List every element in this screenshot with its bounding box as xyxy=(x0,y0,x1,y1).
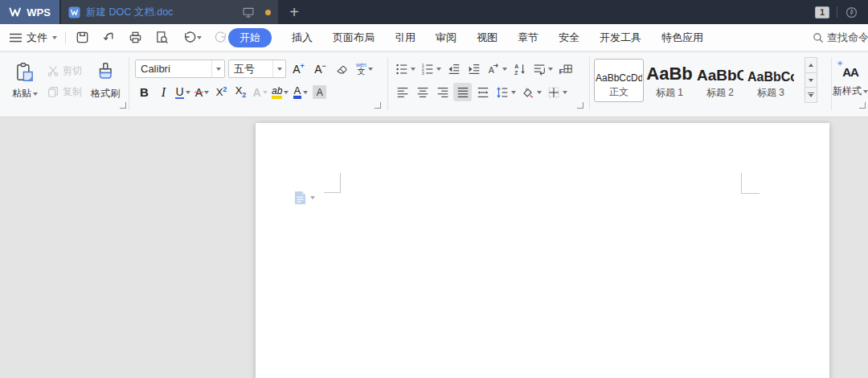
superscript-button[interactable]: X2 xyxy=(212,83,231,101)
decrease-font-size-button[interactable]: A− xyxy=(311,60,330,78)
character-shading-button[interactable]: A xyxy=(310,83,329,101)
monitor-icon[interactable] xyxy=(242,6,255,18)
style-heading3[interactable]: AaBbCc 标题 3 xyxy=(746,59,796,102)
document-area[interactable] xyxy=(0,117,868,378)
numbered-list-caret-icon[interactable] xyxy=(436,68,441,71)
line-spacing-caret-icon[interactable] xyxy=(511,91,516,94)
align-right-button[interactable] xyxy=(433,83,452,101)
styles-dialog-launcher[interactable] xyxy=(859,102,866,109)
tab-home[interactable]: 开始 xyxy=(228,28,272,47)
cut-button[interactable]: 剪切 xyxy=(47,62,82,80)
styles-scroll-down-button[interactable] xyxy=(805,72,817,88)
distribute-button[interactable] xyxy=(473,83,492,101)
expand-gallery-icon xyxy=(808,92,814,98)
bullet-list-button[interactable] xyxy=(393,60,417,78)
export-button[interactable] xyxy=(100,29,117,47)
italic-button[interactable]: I xyxy=(154,83,173,101)
new-tab-button[interactable]: + xyxy=(278,0,310,24)
hamburger-icon[interactable] xyxy=(10,33,22,43)
account-badge[interactable]: 1 xyxy=(815,6,829,18)
pinyin-caret-icon[interactable] xyxy=(368,68,373,71)
style-normal[interactable]: AaBbCcDd 正文 xyxy=(594,59,644,102)
highlight-caret-icon[interactable] xyxy=(284,91,289,94)
paste-caret-icon[interactable] xyxy=(33,92,38,96)
paper-grid-button[interactable]: F xyxy=(556,60,575,78)
svg-text:A: A xyxy=(514,63,518,68)
tab-developer[interactable]: 开发工具 xyxy=(600,31,641,45)
align-left-button[interactable] xyxy=(393,83,411,101)
tab-review[interactable]: 审阅 xyxy=(436,31,457,45)
tab-view[interactable]: 视图 xyxy=(477,31,497,45)
style-heading1[interactable]: AaBb 标题 1 xyxy=(645,59,694,102)
redo-button[interactable] xyxy=(213,29,229,47)
font-dialog-launcher[interactable] xyxy=(375,102,381,109)
highlight-color-button[interactable]: ab xyxy=(270,83,290,101)
align-center-button[interactable] xyxy=(413,83,432,101)
pinyin-guide-icon: wén 文 xyxy=(356,62,366,76)
sort-button[interactable]: AZ xyxy=(510,60,529,78)
copy-button[interactable]: 复制 xyxy=(47,83,82,101)
font-color-button[interactable]: A xyxy=(291,83,309,101)
borders-button[interactable] xyxy=(545,83,569,101)
save-button[interactable] xyxy=(74,29,90,47)
paste-clipboard-icon xyxy=(14,61,36,84)
styles-scroll-up-button[interactable] xyxy=(805,57,817,73)
subscript-button[interactable]: X2 xyxy=(231,83,250,101)
find-command-button[interactable]: 查找命令、 xyxy=(812,24,868,51)
clipboard-dialog-launcher[interactable] xyxy=(120,102,126,109)
tab-special-features[interactable]: 特色应用 xyxy=(661,31,703,45)
text-direction-caret-icon[interactable] xyxy=(502,68,507,71)
paragraph-layout-button[interactable] xyxy=(530,60,555,78)
tab-section[interactable]: 章节 xyxy=(518,31,538,45)
tab-insert[interactable]: 插入 xyxy=(292,31,313,45)
wps-menu-button[interactable]: WPS xyxy=(0,0,59,24)
paste-options-caret-icon[interactable] xyxy=(310,196,315,199)
svg-text:A: A xyxy=(489,65,495,75)
font-family-caret-icon[interactable] xyxy=(211,60,224,77)
document-tab[interactable]: 新建 DOC 文档.doc xyxy=(61,0,278,24)
clear-formatting-button[interactable] xyxy=(333,60,351,78)
paste-options-button[interactable] xyxy=(294,191,315,205)
shading-button[interactable] xyxy=(519,83,543,101)
file-menu-caret-icon[interactable] xyxy=(52,36,57,39)
text-direction-button[interactable]: A xyxy=(485,60,509,78)
print-button[interactable] xyxy=(127,29,143,47)
font-family-select[interactable]: Calibri xyxy=(135,60,225,78)
paragraph-layout-caret-icon[interactable] xyxy=(548,68,553,71)
print-preview-button[interactable] xyxy=(154,29,170,47)
font-size-caret-icon[interactable] xyxy=(272,60,285,77)
bullet-list-caret-icon[interactable] xyxy=(411,68,416,71)
paragraph-dialog-launcher[interactable] xyxy=(577,102,583,109)
bold-button[interactable]: B xyxy=(135,83,154,101)
pinyin-guide-button[interactable]: wén 文 xyxy=(354,60,375,78)
shading-caret-icon[interactable] xyxy=(537,91,542,94)
underline-caret-icon[interactable] xyxy=(186,91,190,94)
styles-gallery-expand-button[interactable] xyxy=(805,87,817,103)
font-color-caret-icon[interactable] xyxy=(303,91,308,94)
undo-button[interactable] xyxy=(180,29,203,47)
underline-button[interactable]: U xyxy=(174,83,192,101)
decrease-indent-button[interactable] xyxy=(444,60,463,78)
undo-caret-icon[interactable] xyxy=(197,36,202,39)
increase-indent-button[interactable] xyxy=(465,60,483,78)
tab-references[interactable]: 引用 xyxy=(395,31,416,45)
new-style-caret-icon[interactable] xyxy=(863,90,868,93)
strikethrough-button[interactable]: A xyxy=(193,83,211,101)
tab-page-layout[interactable]: 页面布局 xyxy=(333,31,375,45)
tab-security[interactable]: 安全 xyxy=(559,31,579,45)
strikethrough-caret-icon[interactable] xyxy=(204,91,209,94)
paste-button[interactable]: 粘贴 xyxy=(6,55,43,114)
style-heading2[interactable]: AaBbC 标题 2 xyxy=(695,59,745,102)
numbered-list-button[interactable]: 123 xyxy=(419,60,443,78)
font-size-select[interactable]: 五号 xyxy=(228,60,286,78)
font-group: Calibri 五号 A+ A− wén 文 xyxy=(133,52,384,117)
file-menu-button[interactable]: 文件 xyxy=(27,31,47,45)
borders-caret-icon[interactable] xyxy=(563,91,567,94)
increase-font-size-button[interactable]: A+ xyxy=(289,60,308,78)
skin-center-icon[interactable] xyxy=(845,6,858,19)
justify-button[interactable] xyxy=(453,83,472,101)
svg-text:Z: Z xyxy=(514,69,518,75)
text-effects-button[interactable]: A xyxy=(251,83,269,101)
line-spacing-button[interactable] xyxy=(493,83,518,101)
document-page[interactable] xyxy=(256,123,829,378)
